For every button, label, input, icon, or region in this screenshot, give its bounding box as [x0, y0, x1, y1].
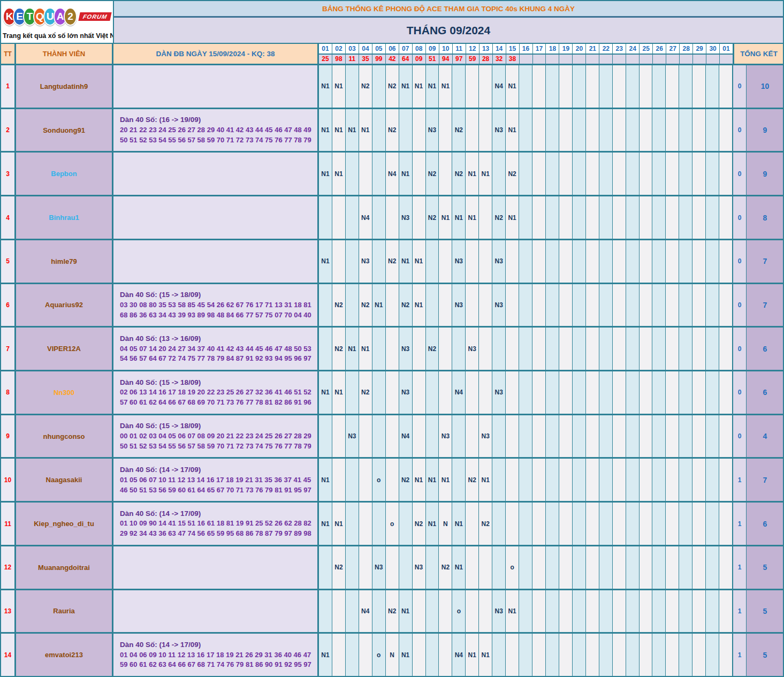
day-cell: N3	[413, 546, 426, 589]
day-cell	[679, 634, 692, 676]
day-cell	[599, 153, 613, 195]
day-cell	[599, 503, 613, 545]
day-cell	[586, 196, 599, 239]
row-index: 1	[1, 65, 16, 108]
day-cell: N1	[319, 153, 332, 195]
day-result-value: 09	[413, 55, 426, 64]
day-results-row: 259811359942640951949759283238	[319, 55, 733, 64]
day-cell	[573, 634, 586, 676]
day-cell	[399, 109, 413, 151]
day-cell	[332, 459, 346, 501]
day-cell	[452, 65, 466, 108]
day-cell: N1	[399, 590, 413, 633]
day-cell	[599, 634, 613, 676]
total-score: 4	[747, 415, 783, 458]
day-cell	[719, 153, 733, 195]
day-cell	[386, 546, 399, 589]
day-cell: N4	[452, 634, 466, 676]
day-cell	[426, 546, 439, 589]
day-cell	[626, 371, 640, 414]
day-cell	[532, 153, 546, 195]
day-cell	[492, 503, 506, 545]
day-cell	[532, 503, 546, 545]
day-cell: N1	[479, 634, 492, 676]
day-cell	[372, 109, 386, 151]
day-cell: N3	[372, 546, 386, 589]
day-cell	[346, 459, 359, 501]
day-cell	[546, 65, 559, 108]
day-cell	[519, 109, 532, 151]
dan-numbers: 00 01 02 03 04 05 06 07 08 09 20 21 22 2…	[120, 431, 315, 452]
day-cell	[386, 371, 399, 414]
day-cell	[586, 415, 599, 458]
day-cell	[386, 459, 399, 501]
day-cell	[640, 634, 653, 676]
day-cell	[479, 109, 492, 151]
day-cell	[586, 459, 599, 501]
day-cell	[640, 546, 653, 589]
total-miss: 0	[733, 415, 747, 458]
table-row: 6Aquarius92Dàn 40 Số: (15 -> 18/09)03 30…	[1, 284, 783, 328]
table-row: 2Sonduong91Dàn 40 Số: (16 -> 19/09)20 21…	[1, 109, 783, 153]
day-cell	[532, 546, 546, 589]
day-cell	[546, 284, 559, 326]
member-name: Langtudatinh9	[16, 65, 113, 108]
day-cell: N2	[479, 503, 492, 545]
day-cell: N1	[413, 459, 426, 501]
day-cell	[692, 459, 706, 501]
day-grid: N1N1oN2N1NN1N2	[319, 503, 733, 545]
total-miss: 1	[733, 590, 747, 633]
day-cell	[719, 240, 733, 283]
day-cell	[640, 371, 653, 414]
day-cell: N1	[332, 153, 346, 195]
day-cell	[559, 328, 573, 370]
day-cell: N1	[413, 240, 426, 283]
day-cell	[586, 634, 599, 676]
day-cell: N2	[452, 109, 466, 151]
day-result-value	[626, 55, 640, 64]
day-cell: N2	[359, 284, 372, 326]
day-cell: N1	[466, 153, 479, 195]
day-cell: N3	[426, 109, 439, 151]
day-column-header: 06	[386, 44, 399, 54]
day-cell	[479, 371, 492, 414]
day-cell	[319, 415, 332, 458]
day-cell	[692, 153, 706, 195]
day-cell	[506, 328, 519, 370]
day-cell: o	[452, 590, 466, 633]
dan-cell	[113, 590, 319, 633]
day-cell	[559, 503, 573, 545]
day-cell	[626, 634, 640, 676]
table-row: 5himle79N1N3N2N1N1N3N307	[1, 240, 783, 284]
dan-title: Dàn 40 Số: (15 -> 18/09)	[120, 421, 315, 431]
day-cell	[679, 65, 692, 108]
day-cell	[706, 634, 719, 676]
day-column-header: 19	[559, 44, 573, 54]
day-cell	[519, 65, 532, 108]
day-cell	[346, 196, 359, 239]
day-cell	[319, 284, 332, 326]
day-cell	[613, 284, 626, 326]
day-cell	[319, 546, 332, 589]
day-cell: N4	[359, 590, 372, 633]
day-cell	[332, 196, 346, 239]
day-cell: N2	[492, 196, 506, 239]
day-cell	[386, 284, 399, 326]
day-cell	[652, 590, 666, 633]
day-cell	[573, 109, 586, 151]
day-column-header: 28	[680, 44, 693, 54]
day-cell	[719, 590, 733, 633]
total-miss: 0	[733, 328, 747, 370]
day-cell	[426, 634, 439, 676]
day-cell	[492, 459, 506, 501]
day-cell	[359, 459, 372, 501]
day-cell: N3	[399, 371, 413, 414]
day-column-header: 12	[466, 44, 479, 54]
table-body: 1Langtudatinh9N1N1N2N2N1N1N1N1N4N10102So…	[1, 65, 783, 676]
day-cell: N1	[399, 65, 413, 108]
day-cell	[640, 240, 653, 283]
day-cell	[479, 284, 492, 326]
day-cell	[706, 503, 719, 545]
day-cell	[346, 65, 359, 108]
day-cell	[372, 503, 386, 545]
